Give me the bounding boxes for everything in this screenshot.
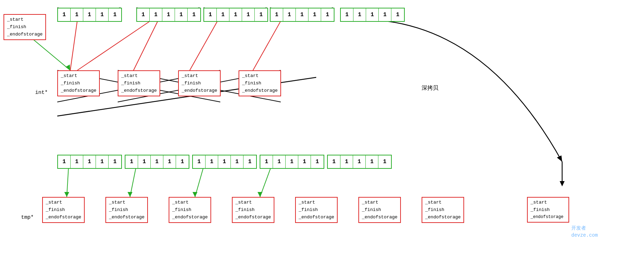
svg-line-26 xyxy=(260,167,271,197)
svg-line-16 xyxy=(77,20,151,70)
svg-line-18 xyxy=(190,20,218,70)
svg-line-17 xyxy=(134,20,158,70)
cell: 1 xyxy=(353,8,366,21)
bottom-red-box-2: _start _finish _endofstorage xyxy=(105,197,148,223)
cell: 1 xyxy=(321,8,334,21)
top-red-box-2: _start _finish _endofstorage xyxy=(118,70,160,96)
cell: 1 xyxy=(175,8,188,21)
bottom-red-box-4: _start _finish _endofstorage xyxy=(232,197,274,223)
svg-line-13 xyxy=(28,35,70,70)
deep-copy-label: 深拷贝 xyxy=(422,84,438,92)
top-red-box-4: _start _finish _endofstorage xyxy=(239,70,281,96)
bottom-red-box-3: _start _finish _endofstorage xyxy=(169,197,211,223)
cell: 1 xyxy=(391,8,404,21)
cell: 1 xyxy=(229,8,242,21)
cell: 1 xyxy=(217,8,229,21)
cell: 1 xyxy=(137,8,150,21)
bottom-green-box-2: 1 1 1 1 1 xyxy=(125,155,189,169)
cell: 1 xyxy=(162,8,175,21)
int-label: int* xyxy=(35,90,48,96)
field-finish: _finish xyxy=(7,24,43,31)
top-green-box-1: 1 1 1 1 1 xyxy=(57,8,122,22)
cell: 1 xyxy=(96,8,109,21)
bottom-green-box-3: 1 1 1 1 1 xyxy=(192,155,257,169)
cell: 1 xyxy=(109,8,121,21)
cell: 1 xyxy=(366,8,379,21)
watermark-line2: devze.com xyxy=(571,232,598,239)
top-red-box-3: _start _finish _endofstorage xyxy=(178,70,221,96)
svg-line-20 xyxy=(67,167,69,197)
cell: 1 xyxy=(58,8,71,21)
first-red-box: _start _finish _endofstorage xyxy=(4,14,46,40)
bottom-red-box-1: _start _finish _endofstorage xyxy=(42,197,85,223)
bottom-green-box-4: 1 1 1 1 1 xyxy=(260,155,324,169)
svg-line-24 xyxy=(195,167,203,197)
cell: 1 xyxy=(204,8,217,21)
cell: 1 xyxy=(296,8,308,21)
top-red-box-1: _start _finish _endofstorage xyxy=(57,70,100,96)
svg-marker-30 xyxy=(560,181,565,186)
top-green-box-4: 1 1 1 1 1 xyxy=(270,8,334,22)
svg-marker-27 xyxy=(258,192,262,197)
bottom-green-box-5: 1 1 1 1 1 xyxy=(327,155,392,169)
tmp-label: tmp* xyxy=(21,215,34,220)
svg-marker-25 xyxy=(193,192,197,197)
top-green-box-2: 1 1 1 1 1 xyxy=(136,8,201,22)
bottom-red-box-6: _start _finish _endofstorage xyxy=(358,197,401,223)
cell: 1 xyxy=(283,8,296,21)
top-green-box-3: 1 1 1 1 1 xyxy=(203,8,268,22)
svg-line-22 xyxy=(130,167,136,197)
svg-marker-21 xyxy=(64,192,69,197)
cell: 1 xyxy=(71,8,83,21)
cell: 1 xyxy=(341,8,353,21)
svg-line-19 xyxy=(253,20,281,70)
watermark: 开发者 devze.com xyxy=(571,225,598,239)
bottom-red-box-7: _start _finish _endofstorage xyxy=(422,197,464,223)
field-endofstorage: _endofstorage xyxy=(7,31,43,38)
top-green-box-5: 1 1 1 1 1 xyxy=(340,8,405,22)
bottom-red-box-8: _start _finish _endofstorage xyxy=(527,197,569,223)
svg-marker-28 xyxy=(557,155,562,162)
cell: 1 xyxy=(242,8,255,21)
cell: 1 xyxy=(150,8,162,21)
cell: 1 xyxy=(83,8,96,21)
cell: 1 xyxy=(308,8,321,21)
bottom-red-box-5: _start _finish _endofstorage xyxy=(295,197,338,223)
cell: 1 xyxy=(379,8,391,21)
svg-line-15 xyxy=(70,20,77,70)
svg-marker-23 xyxy=(128,192,132,197)
cell: 1 xyxy=(188,8,200,21)
watermark-line1: 开发者 xyxy=(571,225,598,232)
cell: 1 xyxy=(271,8,283,21)
bottom-green-box-1: 1 1 1 1 1 xyxy=(57,155,122,169)
cell: 1 xyxy=(255,8,267,21)
field-start: _start xyxy=(7,16,43,24)
diagram-container: _start _finish _endofstorage 1 1 1 1 1 1… xyxy=(0,0,644,256)
